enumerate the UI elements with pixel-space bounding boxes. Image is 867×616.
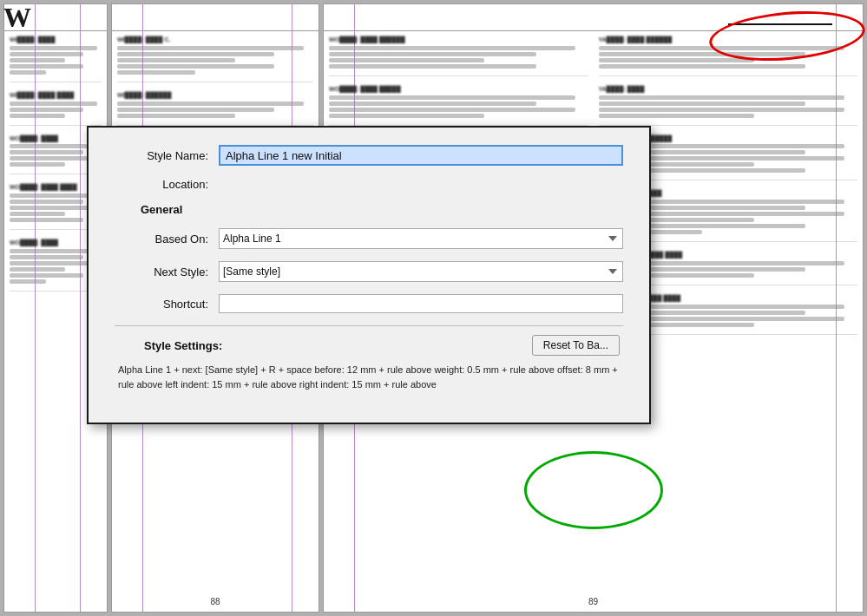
style-description: Alpha Line 1 + next: [Same style] + R + … [115, 363, 623, 391]
general-section-label: General [141, 203, 623, 216]
location-row: Location: [115, 178, 623, 191]
style-name-input[interactable] [219, 145, 623, 166]
style-editor-dialog: Style Name: Location: General Based On: … [87, 126, 651, 424]
style-name-row: Style Name: [115, 145, 623, 166]
based-on-label: Based On: [115, 233, 219, 246]
style-name-label: Style Name: [115, 149, 219, 162]
green-circle-annotation [524, 451, 663, 529]
shortcut-row: Shortcut: [115, 294, 623, 313]
based-on-row: Based On: Alpha Line 1 [115, 228, 623, 249]
shortcut-input[interactable] [219, 294, 623, 313]
next-style-row: Next Style: [Same style] [115, 261, 623, 282]
location-label: Location: [115, 178, 219, 191]
next-style-label: Next Style: [115, 265, 219, 279]
style-settings-label: Style Settings: [144, 339, 222, 352]
page-number-right: 89 [588, 597, 598, 606]
reset-button[interactable]: Reset To Ba... [532, 335, 620, 356]
based-on-select[interactable]: Alpha Line 1 [219, 228, 623, 249]
next-style-select[interactable]: [Same style] [219, 261, 623, 282]
page-number-left: 88 [210, 597, 220, 606]
shortcut-label: Shortcut: [115, 298, 219, 311]
app-logo: W [3, 3, 31, 31]
style-settings-row: Style Settings: Reset To Ba... [115, 335, 623, 356]
